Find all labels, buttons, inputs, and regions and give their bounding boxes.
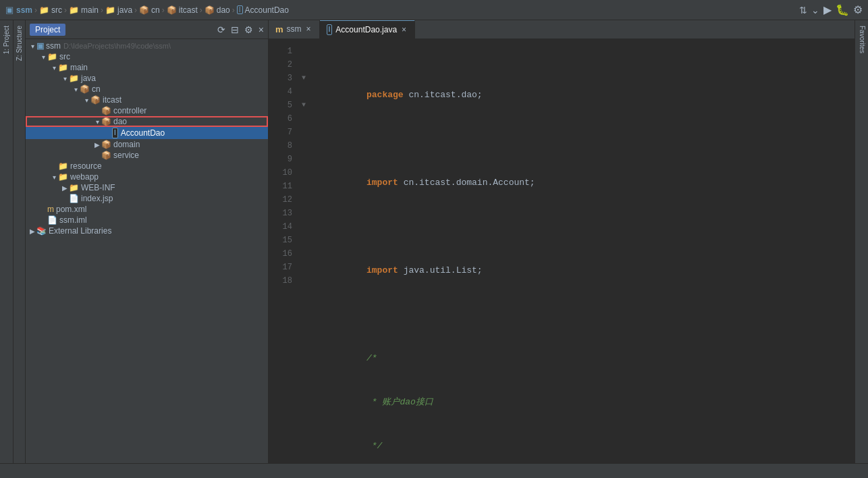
tree-item-ssm[interactable]: ▾ ▣ ssm D:\IdeaProjects\hm49\code\ssm\: [26, 41, 268, 51]
tree-item-webapp[interactable]: ▾ 📁 webapp: [26, 171, 268, 182]
project-panel-header: Project ⟳ ⊟ ⚙ ×: [26, 20, 268, 39]
project-panel: Project ⟳ ⊟ ⚙ × ▾ ▣ ssm D:\IdeaProjects\…: [26, 20, 269, 463]
expand-button[interactable]: ⌄: [811, 5, 819, 16]
accountdao-tab-label: AccountDao.java: [335, 25, 397, 34]
code-line-9: */: [311, 426, 852, 440]
code-line-2: [311, 119, 852, 132]
title-icon: ▣: [5, 5, 13, 15]
code-line-4: [311, 207, 852, 220]
breadcrumb: ssm › 📁 src › 📁 main › 📁 java › 📦 cn › 📦…: [16, 5, 289, 15]
src-label: src: [59, 52, 70, 61]
close-panel-icon[interactable]: ×: [259, 24, 264, 35]
line-numbers: 1 2 3 4 5 6 7 8 9 10 11 12 13 14 15 16 1…: [269, 39, 299, 463]
tree-item-dao[interactable]: ▾ 📦 dao: [26, 116, 268, 127]
external-libs-label: External Libraries: [49, 226, 111, 236]
settings-button[interactable]: ⚙: [853, 3, 863, 16]
editor-tabs: m ssm × I AccountDao.java ×: [269, 20, 855, 39]
settings-icon[interactable]: ⚙: [244, 24, 253, 35]
tree-item-webinf[interactable]: ▶ 📁 WEB-INF: [26, 182, 268, 193]
accountdao-label: AccountDao: [121, 128, 165, 138]
code-line-3: import cn.itcast.domain.Account;: [311, 163, 852, 176]
run-button[interactable]: ▶: [823, 3, 832, 16]
status-bar: [0, 463, 868, 478]
tab-ssm[interactable]: m ssm ×: [269, 20, 320, 38]
tree-item-resource[interactable]: 📁 resource: [26, 161, 268, 171]
cn-label: cn: [92, 84, 101, 94]
title-bar: ▣ ssm › 📁 src › 📁 main › 📁 java › 📦 cn ›…: [0, 0, 868, 20]
ssm-tab-label: ssm: [287, 24, 302, 34]
debug-button[interactable]: 🐛: [836, 3, 849, 16]
tree-item-indexjsp[interactable]: 📄 index.jsp: [26, 193, 268, 204]
editor-area: m ssm × I AccountDao.java × 1 2 3 4 5 6 …: [269, 20, 855, 463]
ssm-label: ssm: [46, 41, 61, 51]
accountdao-tab-icon: I: [327, 24, 333, 35]
tree-item-service[interactable]: 📦 service: [26, 150, 268, 161]
ssmiml-label: ssm.iml: [59, 215, 87, 225]
tree-item-src[interactable]: ▾ 📁 src: [26, 51, 268, 62]
structure-sidebar: Z: Structure: [13, 20, 26, 463]
code-line-7: /*: [311, 338, 852, 352]
indexjsp-label: index.jsp: [81, 194, 113, 203]
code-line-5: import java.util.List;: [311, 250, 852, 264]
code-line-1: package cn.itcast.dao;: [311, 75, 852, 88]
favorites-right-tab[interactable]: Favorites: [855, 20, 868, 59]
webapp-label: webapp: [70, 172, 99, 182]
left-sidebar: 1: Project: [0, 20, 13, 463]
project-tree[interactable]: ▾ ▣ ssm D:\IdeaProjects\hm49\code\ssm\ ▾…: [26, 39, 268, 463]
code-content[interactable]: package cn.itcast.dao; import cn.itcast.…: [308, 39, 855, 463]
tree-item-itcast[interactable]: ▾ 📦 itcast: [26, 95, 268, 105]
ssm-tab-icon: m: [275, 24, 283, 34]
right-sidebar: Favorites: [855, 20, 868, 463]
tree-item-accountdao[interactable]: I AccountDao: [26, 127, 268, 139]
tree-item-controller[interactable]: 📦 controller: [26, 105, 268, 116]
java-label: java: [81, 74, 96, 83]
tree-item-pomxml[interactable]: m pom.xml: [26, 204, 268, 215]
service-label: service: [113, 151, 139, 160]
structure-tab[interactable]: Z: Structure: [13, 20, 25, 66]
fold-gutter: ▼ ▼: [299, 39, 308, 463]
accountdao-tab-close[interactable]: ×: [400, 25, 408, 34]
tab-accountdao[interactable]: I AccountDao.java ×: [320, 20, 416, 38]
code-line-6: [311, 294, 852, 308]
tree-item-domain[interactable]: ▶ 📦 domain: [26, 139, 268, 150]
tree-item-cn[interactable]: ▾ 📦 cn: [26, 84, 268, 95]
code-line-8: * 账户dao接口: [311, 382, 852, 396]
title-right-actions: ⇅ ⌄ ▶ 🐛 ⚙: [799, 3, 863, 16]
project-header-actions: ⟳ ⊟ ⚙ ×: [217, 24, 264, 35]
tree-item-ssmiml[interactable]: 📄 ssm.iml: [26, 215, 268, 225]
sync-icon[interactable]: ⟳: [217, 24, 225, 35]
webinf-label: WEB-INF: [81, 183, 115, 192]
pomxml-label: pom.xml: [56, 205, 86, 214]
sort-button[interactable]: ⇅: [799, 5, 807, 16]
dao-label: dao: [113, 117, 127, 126]
tree-item-java[interactable]: ▾ 📁 java: [26, 73, 268, 84]
main-label: main: [70, 63, 88, 72]
tree-item-main[interactable]: ▾ 📁 main: [26, 62, 268, 73]
controller-label: controller: [113, 106, 146, 115]
code-editor[interactable]: 1 2 3 4 5 6 7 8 9 10 11 12 13 14 15 16 1…: [269, 39, 855, 463]
collapse-all-icon[interactable]: ⊟: [231, 24, 239, 35]
project-tab-button[interactable]: Project: [30, 24, 65, 36]
itcast-label: itcast: [103, 95, 121, 105]
domain-label: domain: [113, 140, 140, 149]
project-sidebar-tab[interactable]: 1: Project: [1, 20, 12, 59]
resource-label: resource: [70, 161, 102, 171]
ssm-tab-close[interactable]: ×: [305, 24, 313, 34]
tree-item-external-libs[interactable]: ▶ 📚 External Libraries: [26, 225, 268, 236]
